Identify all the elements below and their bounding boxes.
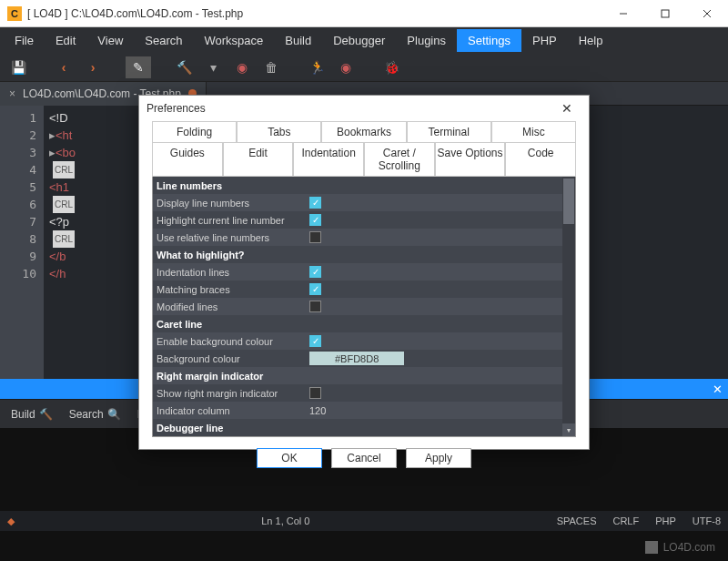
menu-plugins[interactable]: Plugins bbox=[396, 29, 457, 52]
stop-run-icon[interactable]: ◉ bbox=[333, 56, 359, 78]
minimize-button[interactable] bbox=[602, 0, 644, 27]
dialog-buttons: OK Cancel Apply bbox=[152, 437, 576, 479]
checkbox-enable-bg-colour[interactable]: ✓ bbox=[309, 335, 321, 347]
line-number: 3 bbox=[0, 144, 36, 161]
background-colour-field[interactable]: #BFD8D8 bbox=[309, 352, 404, 365]
watermark: LO4D.com bbox=[645, 541, 715, 554]
pref-row: Display line numbers✓ bbox=[153, 194, 575, 211]
bug-icon[interactable]: 🐞 bbox=[379, 56, 404, 78]
line-number: 5 bbox=[0, 178, 36, 196]
findbar-close-icon[interactable]: ✕ bbox=[713, 382, 723, 396]
pref-label: Highlight current line number bbox=[157, 215, 309, 226]
bottom-search-tab[interactable]: Search🔍 bbox=[64, 406, 126, 423]
menu-workspace[interactable]: Workspace bbox=[194, 29, 275, 52]
tab-bookmarks[interactable]: Bookmarks bbox=[321, 121, 406, 142]
dialog-title: Preferences bbox=[147, 102, 206, 115]
nav-fwd-icon[interactable]: › bbox=[80, 56, 106, 78]
menu-file[interactable]: File bbox=[4, 29, 45, 52]
preferences-dialog: Preferences ✕ Folding Tabs Bookmarks Ter… bbox=[138, 95, 590, 450]
tab-code[interactable]: Code bbox=[505, 142, 576, 177]
close-button[interactable] bbox=[686, 0, 728, 27]
pref-row: Enable background colour✓ bbox=[153, 332, 575, 350]
indicator-column-field[interactable]: 120 bbox=[309, 405, 326, 416]
crlf-token: CRL bbox=[53, 230, 75, 248]
pref-label: Matching braces bbox=[157, 284, 309, 295]
tab-edit[interactable]: Edit bbox=[223, 142, 294, 177]
line-number: 8 bbox=[0, 230, 36, 248]
svg-rect-1 bbox=[662, 10, 669, 17]
status-eol[interactable]: CRLF bbox=[612, 515, 639, 526]
close-tab-icon[interactable]: × bbox=[9, 87, 15, 100]
scrollbar-thumb[interactable] bbox=[563, 178, 574, 224]
ok-button[interactable]: OK bbox=[257, 448, 322, 468]
pref-row: Background colour#BFD8D8 bbox=[153, 350, 575, 367]
save-icon[interactable]: 💾 bbox=[5, 56, 31, 78]
pref-label: Display line numbers bbox=[157, 198, 309, 209]
checkbox-matching-braces[interactable]: ✓ bbox=[309, 283, 321, 295]
status-position: Ln 1, Col 0 bbox=[261, 515, 309, 526]
pref-row: Modified lines bbox=[153, 298, 575, 315]
trash-icon[interactable]: 🗑 bbox=[258, 56, 284, 78]
checkbox-indentation-lines[interactable]: ✓ bbox=[309, 266, 321, 278]
dialog-content: Line numbers Display line numbers✓ Highl… bbox=[152, 177, 576, 437]
section-line-numbers: Line numbers bbox=[153, 177, 575, 194]
tab-save-options[interactable]: Save Options bbox=[435, 142, 506, 177]
pref-label: Use relative line numbers bbox=[157, 232, 309, 243]
stop-build-icon[interactable]: ◉ bbox=[229, 56, 255, 78]
tab-tabs[interactable]: Tabs bbox=[237, 121, 321, 142]
search-icon: 🔍 bbox=[107, 408, 121, 421]
checkbox-show-right-margin[interactable] bbox=[309, 387, 321, 399]
line-number: 2 bbox=[0, 127, 36, 144]
checkbox-highlight-current-line-number[interactable]: ✓ bbox=[309, 214, 321, 226]
checkbox-modified-lines[interactable] bbox=[309, 301, 321, 312]
checkbox-display-line-numbers[interactable]: ✓ bbox=[309, 197, 321, 209]
dialog-close-button[interactable]: ✕ bbox=[552, 96, 581, 121]
run-icon[interactable]: 🏃 bbox=[304, 56, 329, 78]
code-token: <bo bbox=[56, 144, 76, 161]
menu-debugger[interactable]: Debugger bbox=[322, 29, 396, 52]
code-token: <ht bbox=[56, 127, 72, 144]
tab-indentation[interactable]: Indentation bbox=[293, 142, 364, 177]
tab-misc[interactable]: Misc bbox=[491, 121, 576, 142]
menu-build[interactable]: Build bbox=[274, 29, 322, 52]
maximize-button[interactable] bbox=[644, 0, 686, 27]
window-title: [ LO4D ] C:\LO4D.com\LO4D.com - Test.php bbox=[27, 7, 602, 20]
code-token: </b bbox=[49, 248, 66, 265]
cancel-button[interactable]: Cancel bbox=[331, 448, 397, 468]
tab-folding[interactable]: Folding bbox=[152, 121, 237, 142]
pref-label: Background colour bbox=[157, 353, 309, 364]
status-indicator-icon: ◆ bbox=[7, 515, 15, 527]
status-lang[interactable]: PHP bbox=[655, 515, 676, 526]
menu-edit[interactable]: Edit bbox=[45, 29, 86, 52]
menu-php[interactable]: PHP bbox=[521, 29, 568, 52]
nav-back-icon[interactable]: ‹ bbox=[51, 56, 76, 78]
dialog-scrollbar[interactable]: ▾ bbox=[562, 177, 575, 436]
statusbar: ◆ Ln 1, Col 0 SPACES CRLF PHP UTF-8 bbox=[0, 511, 728, 531]
checkbox-relative-line-numbers[interactable] bbox=[309, 231, 321, 243]
menu-settings[interactable]: Settings bbox=[457, 29, 521, 52]
chevron-down-icon[interactable]: ▾ bbox=[200, 56, 226, 78]
bottom-build-tab[interactable]: Build🔨 bbox=[5, 406, 58, 423]
pref-row: Highlight current line number✓ bbox=[153, 211, 575, 229]
pref-label: Modified lines bbox=[157, 301, 309, 312]
apply-button[interactable]: Apply bbox=[406, 448, 471, 468]
hammer-icon[interactable]: 🔨 bbox=[171, 56, 197, 78]
tab-caret-scrolling[interactable]: Caret / Scrolling bbox=[364, 142, 435, 177]
line-number: 10 bbox=[0, 265, 36, 282]
section-what-to-highlight: What to highlight? bbox=[153, 246, 575, 263]
line-number: 1 bbox=[0, 109, 36, 127]
code-token: </h bbox=[49, 265, 66, 282]
scrollbar-down-icon[interactable]: ▾ bbox=[562, 423, 575, 436]
tab-guides[interactable]: Guides bbox=[152, 142, 223, 177]
toolbar: 💾 ‹ › ✎ 🔨 ▾ ◉ 🗑 🏃 ◉ 🐞 bbox=[0, 53, 728, 82]
gutter: 1 2 3 4 5 6 7 8 9 10 bbox=[0, 106, 44, 379]
tab-terminal[interactable]: Terminal bbox=[407, 121, 491, 142]
status-encoding[interactable]: UTF-8 bbox=[693, 515, 721, 526]
status-indent[interactable]: SPACES bbox=[557, 515, 597, 526]
pencil-icon[interactable]: ✎ bbox=[126, 56, 151, 78]
menu-search[interactable]: Search bbox=[134, 29, 193, 52]
pref-label: Indentation lines bbox=[157, 267, 309, 278]
pref-row: Indentation lines✓ bbox=[153, 263, 575, 280]
menu-view[interactable]: View bbox=[86, 29, 134, 52]
menu-help[interactable]: Help bbox=[568, 29, 614, 52]
